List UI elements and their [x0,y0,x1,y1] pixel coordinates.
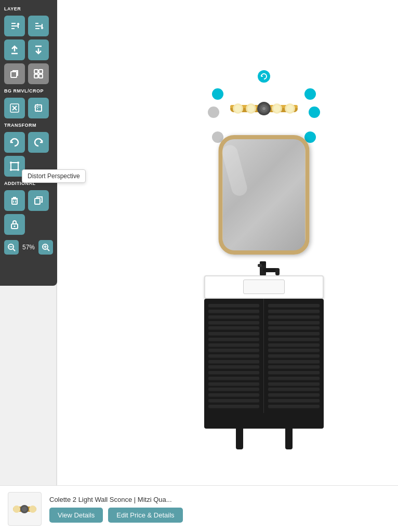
product-actions: View Details Edit Price & Details [49,508,390,523]
rotate-handle[interactable] [258,70,270,83]
zoom-controls: 57% [4,240,53,255]
svg-rect-24 [12,199,17,204]
toolbar-panel: LAYER [0,0,57,286]
bg-remove-button[interactable] [4,98,25,118]
svg-rect-55 [258,264,262,267]
svg-rect-11 [34,70,38,73]
rotate-ccw-button[interactable] [4,132,25,153]
handle-tr[interactable] [304,88,316,100]
svg-rect-13 [34,74,38,78]
svg-rect-14 [39,74,43,78]
vanity-right-door [264,299,324,413]
svg-line-31 [13,249,15,251]
light-fixture-body [222,91,306,127]
product-thumb-svg [10,499,39,520]
layer-sort-desc-button[interactable] [28,16,49,36]
zoom-out-button[interactable] [4,240,19,255]
layer-row-3 [4,63,53,84]
duplicate-button[interactable] [28,190,49,211]
product-title: Colette 2 Light Wall Sconce | Mitzi Qua.… [49,496,390,503]
layer-row-2 [4,39,53,60]
zoom-in-button[interactable] [38,240,53,255]
svg-point-48 [273,105,281,112]
vanity-legs [204,429,324,449]
svg-point-20 [10,162,12,164]
handle-tl[interactable] [212,88,223,100]
layer-move-down-button[interactable] [28,39,49,60]
sink-top [204,275,324,299]
light-fixture-svg [222,94,306,125]
layer-group-button[interactable] [28,63,49,84]
svg-point-22 [10,169,12,171]
svg-point-46 [247,105,255,112]
layer-row-1 [4,16,53,36]
canvas-area [57,0,398,485]
additional-row-2 [4,214,53,235]
view-details-button[interactable]: View Details [49,508,103,523]
zoom-level-text: 57% [21,244,36,251]
vanity-leg-left [236,429,243,449]
edit-price-details-button[interactable]: Edit Price & Details [108,508,182,523]
bg-section-label: BG RMVL/CROP [4,87,53,95]
lock-button[interactable] [4,214,25,235]
svg-point-44 [234,105,242,112]
vanity-body [204,299,324,429]
bottom-panel: Colette 2 Light Wall Sconce | Mitzi Qua.… [0,485,398,532]
transform-section-label: TRANSFORM [4,122,53,129]
layer-sort-asc-button[interactable] [4,16,25,36]
svg-rect-12 [39,70,43,73]
bg-row [4,98,53,118]
bg-crop-button[interactable] [28,98,49,118]
delete-button[interactable] [4,190,25,211]
svg-line-34 [47,249,49,251]
svg-point-21 [17,162,19,164]
svg-rect-54 [275,268,280,275]
svg-point-50 [286,105,294,112]
product-thumbnail [8,492,42,526]
transform-row-1 [4,132,53,153]
svg-rect-27 [35,198,40,204]
svg-point-58 [22,507,27,512]
scene-container [173,78,355,468]
vanity-left-door [204,299,264,413]
handle-ml[interactable] [208,107,219,118]
vanity [204,275,324,449]
layer-move-up-button[interactable] [4,39,25,60]
layer-section-label: LAYER [4,5,53,12]
svg-rect-16 [35,105,42,111]
handle-mr[interactable] [309,107,320,118]
vanity-leg-right [285,429,293,449]
svg-point-29 [14,225,16,227]
svg-point-23 [17,169,19,171]
svg-point-42 [262,107,266,110]
svg-point-59 [13,506,20,513]
svg-rect-19 [11,163,18,170]
svg-rect-10 [11,72,17,77]
distort-perspective-tooltip: Distort Perspective [22,169,86,183]
layer-copy-button[interactable] [4,63,25,84]
rotate-cw-button[interactable] [28,132,49,153]
product-info: Colette 2 Light Wall Sconce | Mitzi Qua.… [49,496,390,523]
mirror [219,135,310,255]
additional-row-1 [4,190,53,211]
svg-point-60 [29,506,36,513]
